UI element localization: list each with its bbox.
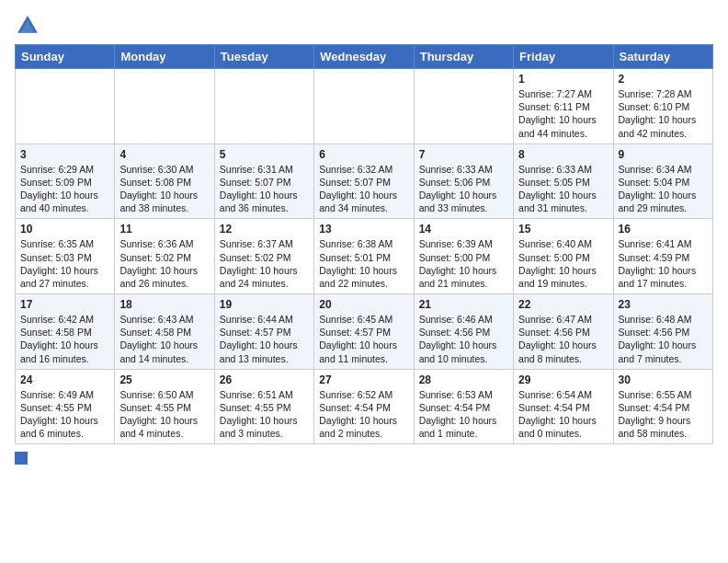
calendar-day-cell: 20Sunrise: 6:45 AM Sunset: 4:57 PM Dayli… bbox=[314, 294, 414, 370]
calendar-day-cell: 12Sunrise: 6:37 AM Sunset: 5:02 PM Dayli… bbox=[214, 219, 313, 294]
day-number: 9 bbox=[619, 148, 708, 161]
calendar-day-cell: 6Sunrise: 6:32 AM Sunset: 5:07 PM Daylig… bbox=[314, 144, 414, 219]
day-info: Sunrise: 6:32 AM Sunset: 5:07 PM Dayligh… bbox=[319, 163, 408, 215]
calendar-day-cell: 25Sunrise: 6:50 AM Sunset: 4:55 PM Dayli… bbox=[115, 369, 214, 444]
calendar-day-cell: 11Sunrise: 6:36 AM Sunset: 5:02 PM Dayli… bbox=[115, 219, 214, 294]
calendar-week-row: 24Sunrise: 6:49 AM Sunset: 4:55 PM Dayli… bbox=[16, 369, 713, 444]
day-info: Sunrise: 6:55 AM Sunset: 4:54 PM Dayligh… bbox=[619, 388, 708, 441]
day-info: Sunrise: 6:42 AM Sunset: 4:58 PM Dayligh… bbox=[20, 313, 109, 365]
day-number: 5 bbox=[220, 148, 309, 161]
day-info: Sunrise: 6:50 AM Sunset: 4:55 PM Dayligh… bbox=[119, 388, 209, 441]
calendar-week-row: 17Sunrise: 6:42 AM Sunset: 4:58 PM Dayli… bbox=[16, 294, 713, 370]
day-number: 30 bbox=[619, 373, 708, 386]
day-number: 18 bbox=[119, 298, 209, 311]
calendar-day-cell: 26Sunrise: 6:51 AM Sunset: 4:55 PM Dayli… bbox=[214, 369, 313, 444]
calendar-day-cell bbox=[115, 69, 214, 144]
weekday-header: Tuesday bbox=[214, 45, 313, 69]
day-number: 11 bbox=[119, 223, 209, 236]
day-info: Sunrise: 6:51 AM Sunset: 4:55 PM Dayligh… bbox=[220, 388, 309, 441]
calendar-day-cell: 29Sunrise: 6:54 AM Sunset: 4:54 PM Dayli… bbox=[514, 369, 613, 444]
day-number: 6 bbox=[319, 148, 408, 161]
day-info: Sunrise: 6:40 AM Sunset: 5:00 PM Dayligh… bbox=[518, 237, 608, 290]
calendar-day-cell: 4Sunrise: 6:30 AM Sunset: 5:08 PM Daylig… bbox=[115, 144, 214, 219]
logo bbox=[15, 13, 42, 39]
day-info: Sunrise: 6:49 AM Sunset: 4:55 PM Dayligh… bbox=[20, 388, 109, 441]
day-number: 20 bbox=[319, 298, 408, 311]
day-info: Sunrise: 7:27 AM Sunset: 6:11 PM Dayligh… bbox=[518, 87, 608, 140]
day-number: 14 bbox=[419, 223, 508, 236]
weekday-header: Saturday bbox=[613, 45, 712, 69]
day-number: 22 bbox=[518, 298, 608, 311]
calendar-day-cell bbox=[214, 69, 313, 144]
day-info: Sunrise: 6:44 AM Sunset: 4:57 PM Dayligh… bbox=[220, 313, 309, 365]
calendar-week-row: 3Sunrise: 6:29 AM Sunset: 5:09 PM Daylig… bbox=[16, 144, 713, 219]
day-info: Sunrise: 6:45 AM Sunset: 4:57 PM Dayligh… bbox=[319, 313, 408, 365]
calendar-day-cell: 17Sunrise: 6:42 AM Sunset: 4:58 PM Dayli… bbox=[16, 294, 115, 370]
calendar-day-cell: 3Sunrise: 6:29 AM Sunset: 5:09 PM Daylig… bbox=[16, 144, 115, 219]
day-info: Sunrise: 6:35 AM Sunset: 5:03 PM Dayligh… bbox=[20, 237, 109, 290]
calendar-day-cell: 19Sunrise: 6:44 AM Sunset: 4:57 PM Dayli… bbox=[214, 294, 313, 370]
day-info: Sunrise: 6:29 AM Sunset: 5:09 PM Dayligh… bbox=[20, 163, 109, 215]
calendar-day-cell: 24Sunrise: 6:49 AM Sunset: 4:55 PM Dayli… bbox=[16, 369, 115, 444]
calendar-day-cell: 10Sunrise: 6:35 AM Sunset: 5:03 PM Dayli… bbox=[16, 219, 115, 294]
day-info: Sunrise: 6:39 AM Sunset: 5:00 PM Dayligh… bbox=[419, 237, 508, 290]
logo-icon bbox=[15, 13, 40, 39]
day-number: 27 bbox=[319, 373, 408, 386]
calendar-day-cell: 18Sunrise: 6:43 AM Sunset: 4:58 PM Dayli… bbox=[115, 294, 214, 370]
calendar-day-cell: 13Sunrise: 6:38 AM Sunset: 5:01 PM Dayli… bbox=[314, 219, 414, 294]
day-number: 3 bbox=[20, 148, 109, 161]
day-number: 16 bbox=[619, 223, 708, 236]
weekday-header-row: SundayMondayTuesdayWednesdayThursdayFrid… bbox=[16, 45, 713, 69]
calendar-day-cell: 21Sunrise: 6:46 AM Sunset: 4:56 PM Dayli… bbox=[414, 294, 513, 370]
calendar-day-cell bbox=[314, 69, 414, 144]
day-number: 2 bbox=[619, 73, 708, 86]
calendar-day-cell: 7Sunrise: 6:33 AM Sunset: 5:06 PM Daylig… bbox=[414, 144, 513, 219]
day-info: Sunrise: 6:46 AM Sunset: 4:56 PM Dayligh… bbox=[419, 313, 508, 365]
footer-legend bbox=[15, 452, 713, 465]
calendar-day-cell: 5Sunrise: 6:31 AM Sunset: 5:07 PM Daylig… bbox=[214, 144, 313, 219]
calendar-day-cell bbox=[16, 69, 115, 144]
day-number: 24 bbox=[20, 373, 109, 386]
day-info: Sunrise: 6:33 AM Sunset: 5:06 PM Dayligh… bbox=[419, 163, 508, 215]
calendar-day-cell: 22Sunrise: 6:47 AM Sunset: 4:56 PM Dayli… bbox=[514, 294, 613, 370]
weekday-header: Thursday bbox=[414, 45, 513, 69]
calendar-day-cell: 27Sunrise: 6:52 AM Sunset: 4:54 PM Dayli… bbox=[314, 369, 414, 444]
day-info: Sunrise: 6:41 AM Sunset: 4:59 PM Dayligh… bbox=[619, 237, 708, 290]
day-info: Sunrise: 6:30 AM Sunset: 5:08 PM Dayligh… bbox=[119, 163, 209, 215]
day-number: 12 bbox=[220, 223, 309, 236]
day-info: Sunrise: 7:28 AM Sunset: 6:10 PM Dayligh… bbox=[619, 87, 708, 140]
day-info: Sunrise: 6:53 AM Sunset: 4:54 PM Dayligh… bbox=[419, 388, 508, 441]
calendar-day-cell bbox=[414, 69, 513, 144]
weekday-header: Monday bbox=[115, 45, 214, 69]
day-number: 26 bbox=[220, 373, 309, 386]
day-number: 13 bbox=[319, 223, 408, 236]
day-number: 15 bbox=[518, 223, 608, 236]
calendar-day-cell: 30Sunrise: 6:55 AM Sunset: 4:54 PM Dayli… bbox=[613, 369, 712, 444]
day-number: 7 bbox=[419, 148, 508, 161]
day-number: 29 bbox=[518, 373, 608, 386]
day-info: Sunrise: 6:48 AM Sunset: 4:56 PM Dayligh… bbox=[619, 313, 708, 365]
day-number: 17 bbox=[20, 298, 109, 311]
day-number: 4 bbox=[119, 148, 209, 161]
day-info: Sunrise: 6:52 AM Sunset: 4:54 PM Dayligh… bbox=[319, 388, 408, 441]
day-info: Sunrise: 6:54 AM Sunset: 4:54 PM Dayligh… bbox=[518, 388, 608, 441]
day-info: Sunrise: 6:34 AM Sunset: 5:04 PM Dayligh… bbox=[619, 163, 708, 215]
day-number: 10 bbox=[20, 223, 109, 236]
calendar-day-cell: 15Sunrise: 6:40 AM Sunset: 5:00 PM Dayli… bbox=[514, 219, 613, 294]
weekday-header: Friday bbox=[514, 45, 613, 69]
day-info: Sunrise: 6:31 AM Sunset: 5:07 PM Dayligh… bbox=[220, 163, 309, 215]
day-info: Sunrise: 6:36 AM Sunset: 5:02 PM Dayligh… bbox=[119, 237, 209, 290]
day-number: 8 bbox=[518, 148, 608, 161]
day-info: Sunrise: 6:47 AM Sunset: 4:56 PM Dayligh… bbox=[518, 313, 608, 365]
legend-color-box bbox=[15, 452, 28, 465]
calendar-day-cell: 9Sunrise: 6:34 AM Sunset: 5:04 PM Daylig… bbox=[613, 144, 712, 219]
calendar-day-cell: 14Sunrise: 6:39 AM Sunset: 5:00 PM Dayli… bbox=[414, 219, 513, 294]
calendar-day-cell: 23Sunrise: 6:48 AM Sunset: 4:56 PM Dayli… bbox=[613, 294, 712, 370]
day-number: 19 bbox=[220, 298, 309, 311]
day-info: Sunrise: 6:43 AM Sunset: 4:58 PM Dayligh… bbox=[119, 313, 209, 365]
calendar-day-cell: 16Sunrise: 6:41 AM Sunset: 4:59 PM Dayli… bbox=[613, 219, 712, 294]
weekday-header: Sunday bbox=[16, 45, 115, 69]
day-info: Sunrise: 6:33 AM Sunset: 5:05 PM Dayligh… bbox=[518, 163, 608, 215]
day-info: Sunrise: 6:37 AM Sunset: 5:02 PM Dayligh… bbox=[220, 237, 309, 290]
day-number: 28 bbox=[419, 373, 508, 386]
